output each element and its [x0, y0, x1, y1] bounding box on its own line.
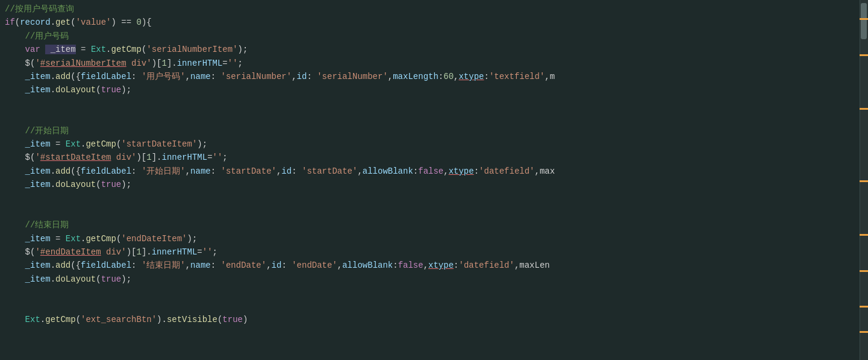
scroll-marker-5	[860, 234, 868, 236]
vertical-scrollbar[interactable]	[860, 0, 868, 360]
line-3: //用户号码	[5, 30, 860, 43]
line-8	[5, 97, 860, 110]
line-17: //结束日期	[5, 218, 860, 232]
line-5: $('#serialNumberItem div')[1].innerHTML=…	[5, 57, 860, 70]
scroll-marker-6	[860, 270, 868, 272]
line-20: _item.add({fieldLabel: '结束日期',name: 'end…	[5, 259, 860, 272]
line-23	[5, 300, 860, 313]
code-editor: //按用户号码查询 if(record.get('value') == 0){ …	[0, 0, 868, 360]
line-19: $('#endDateItem div')[1].innerHTML='';	[5, 245, 860, 259]
scroll-marker-3	[860, 108, 868, 110]
line-14: _item.doLayout(true);	[5, 178, 860, 191]
line-22	[5, 286, 860, 299]
line-12: $('#startDateItem div')[1].innerHTML='';	[5, 151, 860, 164]
line-24: Ext.getCmp('ext_searchBtn').setVisible(t…	[5, 313, 860, 326]
scroll-marker-8	[860, 331, 868, 333]
line-16	[5, 205, 860, 218]
line-2: if(record.get('value') == 0){	[5, 16, 860, 29]
line-11: _item = Ext.getCmp('startDateItem');	[5, 137, 860, 151]
scroll-marker-4	[860, 180, 868, 182]
line-15	[5, 191, 860, 204]
line-7: _item.doLayout(true);	[5, 83, 860, 96]
line-4: var _item = Ext.getCmp('serialNumberItem…	[5, 43, 860, 56]
line-18: _item = Ext.getCmp('endDateItem');	[5, 232, 860, 245]
code-content: //按用户号码查询 if(record.get('value') == 0){ …	[0, 0, 860, 329]
scroll-marker-7	[860, 306, 868, 308]
scroll-marker-2	[860, 54, 868, 56]
scrollbar-thumb[interactable]	[861, 3, 867, 39]
scroll-marker-1	[860, 18, 868, 20]
line-10: //开始日期	[5, 124, 860, 137]
line-21: _item.doLayout(true);	[5, 273, 860, 286]
line-13: _item.add({fieldLabel: '开始日期',name: 'sta…	[5, 165, 860, 178]
line-1: //按用户号码查询	[5, 2, 860, 16]
line-9	[5, 110, 860, 124]
line-6: _item.add({fieldLabel: '用户号码',name: 'ser…	[5, 70, 860, 83]
